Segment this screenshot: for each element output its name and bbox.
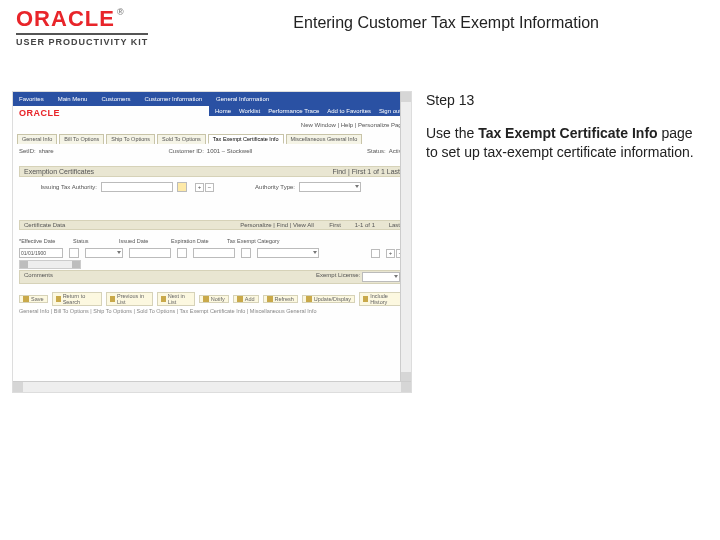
certificate-data-title: Certificate Data bbox=[24, 222, 65, 228]
page-toolbar: Save Return to Search Previous in List N… bbox=[19, 292, 405, 306]
exempt-license-select[interactable] bbox=[362, 272, 400, 282]
search-icon bbox=[56, 296, 61, 302]
range-text: 1 of 1 bbox=[367, 168, 385, 175]
oracle-wordmark: ORACLE® bbox=[16, 8, 125, 30]
prev-in-list-button[interactable]: Previous in List bbox=[106, 292, 153, 306]
grid-column-headers: *Effective Date Status Issued Date Expir… bbox=[19, 238, 405, 244]
grid-scrollbar[interactable] bbox=[19, 260, 81, 269]
status-label: Status: bbox=[367, 148, 386, 154]
setid-value: share bbox=[39, 148, 54, 154]
row-add-remove: + − bbox=[195, 183, 214, 192]
scroll-right-icon[interactable] bbox=[401, 382, 411, 392]
notify-icon bbox=[203, 296, 209, 302]
exempt-license-label: Exempt License: bbox=[316, 272, 360, 282]
crumb-general-info[interactable]: General Information bbox=[216, 96, 269, 102]
eff-date-input[interactable]: 01/01/1900 bbox=[19, 248, 63, 258]
link-add-fav[interactable]: Add to Favorites bbox=[327, 108, 371, 114]
grid-row-1: 01/01/1900 + − bbox=[19, 248, 405, 258]
issued-date-input[interactable] bbox=[129, 248, 171, 258]
tab-ship-to[interactable]: Ship To Options bbox=[106, 134, 155, 144]
save-button[interactable]: Save bbox=[19, 295, 48, 303]
col-expire: Expiration Date bbox=[171, 238, 221, 244]
crumb-customers[interactable]: Customers bbox=[101, 96, 130, 102]
status-select[interactable] bbox=[85, 248, 123, 258]
col-issued: Issued Date bbox=[119, 238, 165, 244]
last-link[interactable]: Last bbox=[387, 168, 400, 175]
page-title: Entering Customer Tax Exempt Information bbox=[148, 14, 704, 32]
customer-id-value: 1001 – Stockwell bbox=[207, 148, 252, 154]
setid-label: SetID: bbox=[19, 148, 36, 154]
col-effective-date: *Effective Date bbox=[19, 238, 67, 244]
tab-misc-general[interactable]: Miscellaneous General Info bbox=[286, 134, 363, 144]
add-icon bbox=[237, 296, 243, 302]
col-tax-exempt-cat: Tax Exempt Category bbox=[227, 238, 280, 244]
authority-type-select[interactable] bbox=[299, 182, 361, 192]
find-link[interactable]: Find bbox=[332, 168, 346, 175]
link-signout[interactable]: Sign out bbox=[379, 108, 401, 114]
comments-header: Comments Exempt License: bbox=[19, 270, 405, 284]
tab-sold-to[interactable]: Sold To Options bbox=[157, 134, 206, 144]
certificate-data-header: Certificate Data Personalize | Find | Vi… bbox=[19, 220, 405, 230]
add-button[interactable]: Add bbox=[233, 295, 259, 303]
customer-id-label: Customer ID: bbox=[168, 148, 203, 154]
link-perf-trace[interactable]: Performance Trace bbox=[268, 108, 319, 114]
issuing-authority-label: Issuing Tax Authority: bbox=[19, 184, 97, 190]
app-breadcrumb-bar: Favorites Main Menu Customers Customer I… bbox=[13, 92, 411, 106]
tab-bill-to[interactable]: Bill To Options bbox=[59, 134, 104, 144]
scroll-left-icon[interactable] bbox=[13, 382, 23, 392]
authority-type-label: Authority Type: bbox=[217, 184, 295, 190]
update-display-button[interactable]: Update/Display bbox=[302, 295, 355, 303]
remove-row-button[interactable]: − bbox=[205, 183, 214, 192]
crumb-favorites[interactable]: Favorites bbox=[19, 96, 44, 102]
col-status: Status bbox=[73, 238, 113, 244]
grid-first[interactable]: First bbox=[329, 222, 341, 228]
calendar-icon[interactable] bbox=[69, 248, 79, 258]
issuing-authority-input[interactable] bbox=[101, 182, 173, 192]
scroll-up-icon[interactable] bbox=[401, 92, 411, 102]
prev-icon bbox=[110, 296, 115, 302]
refresh-button[interactable]: Refresh bbox=[263, 295, 298, 303]
row-checkbox[interactable] bbox=[371, 249, 380, 258]
include-history-button[interactable]: Include History bbox=[359, 292, 405, 306]
page-tabs: General Info Bill To Options Ship To Opt… bbox=[17, 134, 362, 144]
lookup-icon[interactable] bbox=[177, 182, 187, 192]
history-icon bbox=[363, 296, 368, 302]
crumb-customer-info[interactable]: Customer Information bbox=[144, 96, 202, 102]
instruction-text: Use the Tax Exempt Certificate Info page… bbox=[426, 124, 708, 162]
exemption-cert-title: Exemption Certificates bbox=[24, 168, 94, 175]
instruction-panel: Step 13 Use the Tax Exempt Certificate I… bbox=[426, 91, 708, 393]
tab-tax-exempt-cert[interactable]: Tax Exempt Certificate Info bbox=[208, 134, 284, 144]
add-row-button[interactable]: + bbox=[195, 183, 204, 192]
return-search-button[interactable]: Return to Search bbox=[52, 292, 102, 306]
grid-personalize[interactable]: Personalize | Find | View All bbox=[240, 222, 314, 228]
vertical-scrollbar[interactable] bbox=[400, 92, 411, 382]
tax-exempt-page-name: Tax Exempt Certificate Info bbox=[478, 125, 657, 141]
exemption-cert-header: Exemption Certificates Find | First 1 of… bbox=[19, 166, 405, 177]
calendar-icon[interactable] bbox=[241, 248, 251, 258]
horizontal-scrollbar[interactable] bbox=[13, 381, 411, 392]
oracle-upk-logo: ORACLE® USER PRODUCTIVITY KIT bbox=[16, 8, 148, 47]
upk-subbrand: USER PRODUCTIVITY KIT bbox=[16, 33, 148, 47]
grid-last[interactable]: Last bbox=[389, 222, 400, 228]
next-in-list-button[interactable]: Next in List bbox=[157, 292, 195, 306]
crumb-main-menu[interactable]: Main Menu bbox=[58, 96, 88, 102]
calendar-icon[interactable] bbox=[177, 248, 187, 258]
link-home[interactable]: Home bbox=[215, 108, 231, 114]
bottom-tab-links[interactable]: General Info | Bill To Options | Ship To… bbox=[19, 308, 405, 314]
refresh-icon bbox=[267, 296, 273, 302]
tab-general-info[interactable]: General Info bbox=[17, 134, 57, 144]
app-oracle-logo: ORACLE bbox=[19, 108, 60, 118]
authority-form: Issuing Tax Authority: + − Authority Typ… bbox=[19, 180, 405, 194]
link-worklist[interactable]: Worklist bbox=[239, 108, 260, 114]
notify-button[interactable]: Notify bbox=[199, 295, 229, 303]
grid-add-row[interactable]: + bbox=[386, 249, 395, 258]
step-label: Step 13 bbox=[426, 91, 708, 110]
next-icon bbox=[161, 296, 166, 302]
customer-summary-row: SetID: share Customer ID: 1001 – Stockwe… bbox=[19, 148, 405, 154]
window-help-links[interactable]: New Window | Help | Personalize Page bbox=[301, 122, 405, 128]
tax-exempt-cat-select[interactable] bbox=[257, 248, 319, 258]
first-link[interactable]: First bbox=[352, 168, 366, 175]
grid-range: 1-1 of 1 bbox=[355, 222, 375, 228]
expire-date-input[interactable] bbox=[193, 248, 235, 258]
update-icon bbox=[306, 296, 312, 302]
